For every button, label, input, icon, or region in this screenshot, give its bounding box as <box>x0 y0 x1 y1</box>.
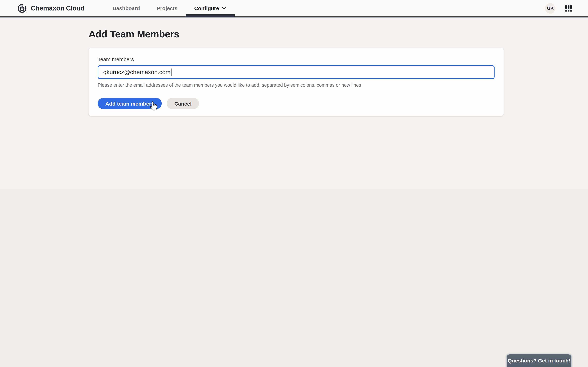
main-nav: Dashboard Projects Configure <box>104 0 235 17</box>
chat-launcher[interactable]: Questions? Get in touch! <box>506 354 572 367</box>
app-root: Chemaxon Cloud Dashboard Projects Config… <box>0 0 588 367</box>
add-team-members-button[interactable]: Add team members <box>98 98 162 109</box>
add-team-members-card: Team members gkurucz@chemaxon.com Please… <box>88 48 504 116</box>
nav-item-dashboard-label: Dashboard <box>112 5 140 11</box>
nav-item-configure-label: Configure <box>194 5 219 11</box>
user-avatar[interactable]: GK <box>545 3 555 13</box>
team-members-input[interactable]: gkurucz@chemaxon.com <box>98 65 494 79</box>
chemaxon-logo-icon <box>17 3 27 13</box>
nav-item-projects[interactable]: Projects <box>148 0 186 17</box>
chevron-down-icon <box>222 7 226 10</box>
team-members-input-value: gkurucz@chemaxon.com <box>103 69 171 76</box>
nav-item-projects-label: Projects <box>157 5 177 11</box>
brand-name: Chemaxon Cloud <box>31 4 85 12</box>
page-title: Add Team Members <box>88 29 588 40</box>
chat-launcher-label: Questions? Get in touch! <box>508 358 570 367</box>
nav-item-configure[interactable]: Configure <box>186 0 235 17</box>
team-members-label: Team members <box>98 56 494 62</box>
active-tab-underline <box>186 14 235 17</box>
top-navigation-bar: Chemaxon Cloud Dashboard Projects Config… <box>0 0 588 17</box>
user-initials: GK <box>547 6 554 11</box>
helper-text: Please enter the email addresses of the … <box>98 83 494 88</box>
main-content: Add Team Members Team members gkurucz@ch… <box>0 17 588 116</box>
button-row: Add team members Cancel <box>98 98 494 109</box>
cancel-button[interactable]: Cancel <box>167 98 199 109</box>
apps-grid-icon[interactable] <box>565 5 572 12</box>
topbar-right-group: GK <box>545 3 588 13</box>
text-caret <box>171 68 171 76</box>
nav-item-dashboard[interactable]: Dashboard <box>104 0 148 17</box>
brand-logo[interactable]: Chemaxon Cloud <box>17 3 85 13</box>
